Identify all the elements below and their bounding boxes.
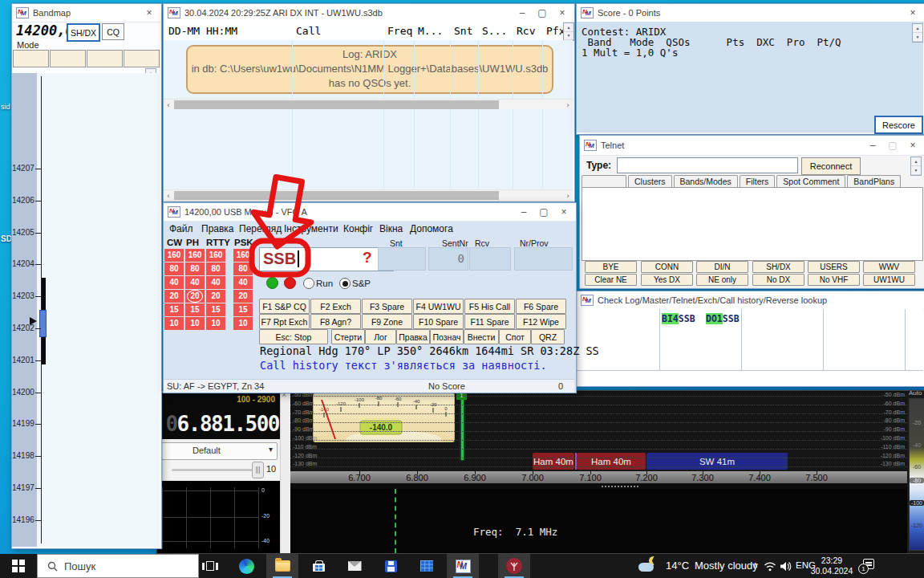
fkey-button[interactable]: F8 Agn? <box>310 314 361 329</box>
tray-clock[interactable]: 23:29 30.04.2024 <box>808 556 855 576</box>
waterfall-tuning-line[interactable] <box>395 489 396 553</box>
close-icon[interactable]: × <box>556 206 572 218</box>
fkey-button[interactable]: F10 Spare <box>413 314 464 329</box>
band-button-ph-15[interactable]: 15 <box>185 303 205 316</box>
band-button-rtty-80[interactable]: 80 <box>206 263 225 275</box>
cq-button[interactable]: CQ <box>102 23 124 40</box>
band-button-rtty-40[interactable]: 40 <box>206 276 225 289</box>
band-button-cw-10[interactable]: 10 <box>164 317 184 330</box>
telnet-tab[interactable]: Clusters <box>628 175 672 188</box>
telnet-button[interactable]: SH/DX <box>752 261 804 273</box>
maximize-icon[interactable]: ▢ <box>534 6 550 19</box>
rescore-button[interactable]: Rescore <box>874 116 923 134</box>
telnet-button[interactable]: BYE <box>585 261 637 273</box>
wifi-icon[interactable] <box>764 561 776 572</box>
nrprov-field[interactable] <box>514 247 573 271</box>
close-icon[interactable]: × <box>905 139 921 152</box>
preset-dropdown[interactable]: Default ▾ <box>161 442 278 460</box>
store-button[interactable] <box>302 554 334 578</box>
telnet-button[interactable]: Clear NE <box>585 274 637 286</box>
volume-slider[interactable]: 10 <box>157 460 280 479</box>
band-button-ph-20[interactable]: 20 <box>185 290 205 303</box>
slider-thumb[interactable] <box>252 462 264 478</box>
band-button-ph-10[interactable]: 10 <box>185 317 205 330</box>
menu-item[interactable]: Правка <box>201 223 234 234</box>
speaker-icon[interactable] <box>780 561 792 572</box>
mode-box[interactable] <box>13 50 49 67</box>
waterfall-level-scale[interactable]: -20-40-60-80-100-120 <box>909 398 924 551</box>
fkey-button[interactable]: F1 S&P CQ <box>259 299 310 314</box>
close-icon[interactable]: × <box>554 6 570 19</box>
telnet-output[interactable] <box>582 187 923 261</box>
band-button-cw-80[interactable]: 80 <box>164 263 184 275</box>
check-titlebar[interactable]: NM Check Log/Master/Telnet/Exch/Call his… <box>577 291 924 310</box>
band-button-rtty-10[interactable]: 10 <box>206 317 225 330</box>
fkey-button[interactable]: F2 Exch <box>310 299 361 314</box>
sentnr-field[interactable]: 0 <box>428 247 468 271</box>
minimize-icon[interactable]: – <box>865 139 881 152</box>
check-call[interactable]: BI4SSB <box>662 313 695 324</box>
log-titlebar[interactable]: NM 30.04.2024 20:29:25Z ARI DX INT - UW1… <box>164 4 574 22</box>
band-button-cw-20[interactable]: 20 <box>164 290 184 303</box>
maximize-icon[interactable]: ▢ <box>536 206 552 218</box>
band-button-psk-10[interactable]: 10 <box>233 317 253 330</box>
band-button-cw-15[interactable]: 15 <box>164 303 184 316</box>
telnet-button[interactable]: USERS <box>808 261 860 273</box>
sp-radio[interactable] <box>339 278 351 289</box>
tray-weather-text[interactable]: Mostly cloudy <box>695 560 758 572</box>
mail-button[interactable] <box>338 554 371 578</box>
telnet-button[interactable]: DI/N <box>696 261 748 273</box>
menu-item[interactable]: Файл <box>169 223 193 234</box>
command-button[interactable]: Стерти <box>331 329 365 344</box>
bandmap-titlebar[interactable]: NM Bandmap × <box>12 4 161 22</box>
snt-field[interactable] <box>378 247 426 271</box>
tray-chevron-icon[interactable]: ∧ <box>752 560 758 569</box>
band-button-rtty-20[interactable]: 20 <box>206 290 225 303</box>
reconnect-button[interactable]: Reconnect <box>801 157 861 175</box>
command-button[interactable]: Лог <box>365 329 396 344</box>
telnet-tab[interactable]: Filters <box>740 175 776 188</box>
log-hscrollbar[interactable]: ‹› <box>164 189 573 201</box>
band-button-ph-40[interactable]: 40 <box>185 276 205 289</box>
auto-label[interactable]: Auto <box>909 391 922 397</box>
command-button[interactable]: Познач <box>430 329 464 344</box>
log-column-header[interactable]: Call <box>296 25 321 37</box>
telnet-tab[interactable]: Bands/Modes <box>674 175 738 188</box>
telnet-tab[interactable]: BandPlans <box>847 175 901 188</box>
band-button-rtty-160[interactable]: 160 <box>206 249 225 262</box>
telnet-spinner[interactable]: ▲▼ <box>910 157 922 176</box>
mode-box[interactable] <box>124 50 160 67</box>
floppy-app-button[interactable] <box>375 554 407 578</box>
band-button-ph-160[interactable]: 160 <box>185 249 205 262</box>
log-column-header[interactable]: Pfx <box>546 25 565 37</box>
menu-item[interactable]: Допомога <box>410 223 453 234</box>
rcv-field[interactable] <box>469 247 511 271</box>
telnet-tab[interactable]: Spot Comment <box>776 175 845 188</box>
desktop-icon-label[interactable]: SD <box>1 234 12 243</box>
telnet-tab-blank[interactable] <box>582 175 626 188</box>
band-button-psk-20[interactable]: 20 <box>233 290 253 303</box>
menu-item[interactable]: Вікна <box>379 223 403 234</box>
entry-titlebar[interactable]: NM 14200,00 USB Manual - VFO A – ▢ × <box>164 203 576 222</box>
telnet-button[interactable]: Yes DX <box>641 274 693 286</box>
n1mm-taskbar-button[interactable]: NM <box>447 554 479 578</box>
fkey-button[interactable]: F4 UW1WU <box>413 299 464 314</box>
close-icon[interactable]: × <box>905 6 921 19</box>
command-button[interactable]: Спот <box>499 329 531 344</box>
telnet-button[interactable]: WWV <box>863 261 915 273</box>
collapse-arrow-icon[interactable]: ^ <box>282 393 286 401</box>
band-button-psk-15[interactable]: 15 <box>233 303 253 316</box>
menu-item[interactable]: Конфіг <box>343 223 373 234</box>
log-column-header[interactable]: Snt <box>454 25 472 37</box>
log-column-header[interactable]: Rcv <box>517 25 535 37</box>
taskview-button[interactable] <box>194 554 226 578</box>
scale-scroll-thumb[interactable] <box>39 310 47 337</box>
fkey-button[interactable]: F3 Spare <box>362 299 412 314</box>
tray-temperature[interactable]: 14°C <box>666 560 689 572</box>
maximize-icon[interactable]: ▢ <box>885 139 901 152</box>
log-column-header[interactable]: S... <box>482 25 507 37</box>
band-button-rtty-15[interactable]: 15 <box>206 303 225 316</box>
fkey-button[interactable]: F11 Spare <box>464 314 515 329</box>
panel-collapse-strip[interactable]: ^ <box>280 391 291 553</box>
log-column-header[interactable]: M... <box>418 25 443 37</box>
